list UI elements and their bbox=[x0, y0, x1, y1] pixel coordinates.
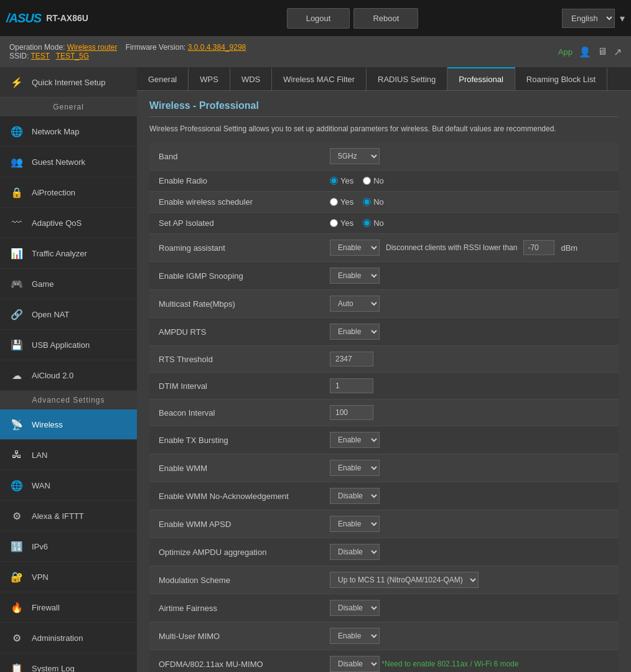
radio-label-No-2[interactable]: No bbox=[363, 197, 384, 207]
roaming-enable-select[interactable]: EnableDisable bbox=[330, 240, 380, 256]
setting-value-7: EnableDisable bbox=[324, 318, 619, 346]
tab-radius[interactable]: RADIUS Setting bbox=[367, 67, 447, 90]
user-icon[interactable]: 👤 bbox=[579, 46, 591, 58]
radio-No-2[interactable] bbox=[363, 198, 371, 206]
text-input-8[interactable] bbox=[330, 352, 373, 366]
info-bar-right: App 👤 🖥 ↗ bbox=[558, 46, 622, 58]
tab-wps[interactable]: WPS bbox=[189, 67, 230, 90]
tab-professional[interactable]: Professional bbox=[447, 67, 515, 90]
select-19[interactable]: EnableDisable bbox=[330, 656, 380, 672]
sidebar-item-guest-network[interactable]: 👥 Guest Network bbox=[0, 147, 137, 177]
sidebar-item-firewall[interactable]: 🔥 Firewall bbox=[0, 592, 137, 623]
select-18[interactable]: EnableDisable bbox=[330, 628, 380, 644]
top-right: English ▾ bbox=[562, 9, 625, 28]
sidebar-item-quick-setup[interactable]: ⚡ Quick Internet Setup bbox=[0, 67, 137, 98]
setting-value-0: 2.4GHz5GHz bbox=[324, 142, 619, 170]
select-6[interactable]: Auto125.511 bbox=[330, 296, 380, 312]
reboot-button[interactable]: Reboot bbox=[353, 8, 418, 29]
radio-label-Yes-2[interactable]: Yes bbox=[330, 197, 353, 207]
sidebar-item-adaptive-qos[interactable]: 〰 Adaptive QoS bbox=[0, 208, 137, 238]
text-input-10[interactable] bbox=[330, 405, 373, 420]
sidebar-item-usb-application[interactable]: 💾 USB Application bbox=[0, 330, 137, 360]
sidebar-item-administration[interactable]: ⚙ Administration bbox=[0, 623, 137, 653]
ssid-2g[interactable]: TEST bbox=[30, 52, 49, 60]
guest-network-icon: 👥 bbox=[9, 154, 24, 169]
sidebar-item-traffic-analyzer[interactable]: 📊 Traffic Analyzer bbox=[0, 238, 137, 269]
rssi-input[interactable] bbox=[523, 240, 554, 255]
table-row: DTIM Interval bbox=[149, 373, 619, 399]
radio-label-No-1[interactable]: No bbox=[363, 176, 384, 185]
setting-label-14: Enable WMM APSD bbox=[149, 510, 324, 538]
sidebar-item-vpn[interactable]: 🔐 VPN bbox=[0, 562, 137, 592]
setting-value-8 bbox=[324, 346, 619, 373]
sidebar-item-aiprotection[interactable]: 🔒 AiProtection bbox=[0, 177, 137, 208]
sidebar: ⚡ Quick Internet Setup General 🌐 Network… bbox=[0, 67, 137, 672]
language-select[interactable]: English bbox=[562, 9, 615, 28]
radio-Yes-1[interactable] bbox=[330, 177, 338, 185]
radio-label-Yes-1[interactable]: Yes bbox=[330, 176, 353, 185]
sidebar-item-aicloud[interactable]: ☁ AiCloud 2.0 bbox=[0, 360, 137, 391]
operation-mode-value[interactable]: Wireless router bbox=[67, 43, 118, 52]
system-log-icon: 📋 bbox=[9, 661, 24, 672]
monitor-icon[interactable]: 🖥 bbox=[597, 46, 607, 57]
sidebar-item-ipv6[interactable]: 🔢 IPv6 bbox=[0, 531, 137, 562]
table-row: Modulation SchemeUp to MCS 11 (NitroQAM/… bbox=[149, 566, 619, 594]
setting-value-3: Yes No bbox=[324, 213, 619, 234]
select-12[interactable]: EnableDisable bbox=[330, 460, 380, 476]
sidebar-item-game[interactable]: 🎮 Game bbox=[0, 269, 137, 299]
chevron-down-icon[interactable]: ▾ bbox=[620, 12, 625, 24]
select-0[interactable]: 2.4GHz5GHz bbox=[330, 148, 380, 164]
setting-value-1: Yes No bbox=[324, 170, 619, 192]
select-5[interactable]: EnableDisable bbox=[330, 268, 380, 284]
select-14[interactable]: EnableDisable bbox=[330, 516, 380, 532]
quick-setup-icon: ⚡ bbox=[9, 75, 24, 90]
radio-Yes-3[interactable] bbox=[330, 219, 338, 227]
select-7[interactable]: EnableDisable bbox=[330, 324, 380, 340]
logout-button[interactable]: Logout bbox=[287, 8, 350, 29]
setting-label-2: Enable wireless scheduler bbox=[149, 192, 324, 213]
firmware-value[interactable]: 3.0.0.4.384_9298 bbox=[188, 43, 246, 52]
select-13[interactable]: EnableDisable bbox=[330, 488, 380, 504]
select-16[interactable]: Up to MCS 11 (NitroQAM/1024-QAM)Up to MC… bbox=[330, 572, 479, 588]
sidebar-item-alexa[interactable]: ⚙ Alexa & IFTTT bbox=[0, 501, 137, 531]
radio-No-1[interactable] bbox=[363, 177, 371, 185]
network-map-label: Network Map bbox=[32, 127, 80, 136]
administration-label: Administration bbox=[32, 633, 83, 643]
asus-brand: /ASUS bbox=[6, 11, 41, 26]
radio-label-No-3[interactable]: No bbox=[363, 218, 384, 228]
sidebar-item-network-map[interactable]: 🌐 Network Map bbox=[0, 116, 137, 147]
select-15[interactable]: EnableDisable bbox=[330, 544, 380, 560]
traffic-analyzer-icon: 📊 bbox=[9, 246, 24, 261]
setting-label-18: Multi-User MIMO bbox=[149, 622, 324, 650]
radio-group-1: Yes No bbox=[330, 176, 612, 185]
table-row: Enable wireless scheduler Yes No bbox=[149, 192, 619, 213]
select-11[interactable]: EnableDisable bbox=[330, 432, 380, 448]
select-17[interactable]: EnableDisable bbox=[330, 600, 380, 616]
content-area: GeneralWPSWDSWireless MAC FilterRADIUS S… bbox=[137, 67, 631, 672]
ssid-5g[interactable]: TEST_5G bbox=[56, 52, 89, 60]
radio-Yes-2[interactable] bbox=[330, 198, 338, 206]
radio-No-3[interactable] bbox=[363, 219, 371, 227]
tab-wds[interactable]: WDS bbox=[230, 67, 272, 90]
setting-label-19: OFDMA/802.11ax MU-MIMO bbox=[149, 650, 324, 673]
administration-icon: ⚙ bbox=[9, 630, 24, 645]
share-icon[interactable]: ↗ bbox=[614, 46, 622, 58]
vpn-icon: 🔐 bbox=[9, 569, 24, 584]
tab-general[interactable]: General bbox=[137, 67, 189, 90]
setting-value-13: EnableDisable bbox=[324, 482, 619, 510]
top-nav-buttons: Logout Reboot bbox=[143, 8, 562, 29]
sidebar-item-system-log[interactable]: 📋 System Log bbox=[0, 653, 137, 672]
aicloud-label: AiCloud 2.0 bbox=[32, 371, 73, 380]
tab-wireless-mac[interactable]: Wireless MAC Filter bbox=[272, 67, 367, 90]
sidebar-item-wan[interactable]: 🌐 WAN bbox=[0, 470, 137, 501]
lan-icon: 🖧 bbox=[9, 447, 24, 462]
adaptive-qos-icon: 〰 bbox=[9, 215, 24, 230]
text-input-9[interactable] bbox=[330, 378, 373, 393]
sidebar-item-open-nat[interactable]: 🔗 Open NAT bbox=[0, 299, 137, 330]
radio-label-Yes-3[interactable]: Yes bbox=[330, 218, 353, 228]
setting-label-15: Optimize AMPDU aggregation bbox=[149, 538, 324, 566]
sidebar-item-wireless[interactable]: 📡 Wireless bbox=[0, 409, 137, 440]
sidebar-item-lan[interactable]: 🖧 LAN bbox=[0, 440, 137, 470]
setting-label-17: Airtime Fairness bbox=[149, 594, 324, 622]
tab-roaming[interactable]: Roaming Block List bbox=[515, 67, 607, 90]
